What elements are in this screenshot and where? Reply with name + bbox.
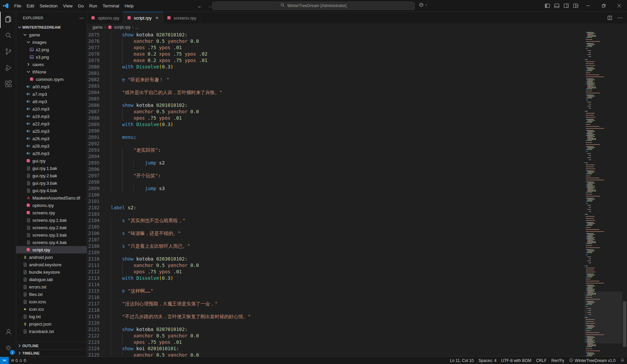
tree-item-bundle.keystore[interactable]: bundle.keystore: [16, 268, 87, 276]
activity-settings[interactable]: 1: [0, 340, 16, 357]
code-line-content[interactable]: xpos .75 ypos .01: [108, 44, 583, 51]
code-editor[interactable]: 2075 show kotoba 0207010102:2076 xanchor…: [87, 31, 627, 357]
line-number[interactable]: 2080: [87, 64, 108, 70]
line-number[interactable]: 2112: [87, 269, 108, 275]
line-number[interactable]: 2094: [87, 153, 108, 160]
menu-edit[interactable]: Edit: [24, 2, 37, 9]
remote-indicator[interactable]: ><: [0, 357, 9, 364]
menu-selection[interactable]: Selection: [37, 2, 60, 9]
code-line[interactable]: 2123 xpos .75 ypos .01: [87, 339, 583, 345]
minimize-button[interactable]: [580, 0, 596, 12]
code-line[interactable]: 2106 s "味道嘛，还是不错的。": [87, 230, 583, 237]
encoding[interactable]: UTF-8 with BOM: [499, 357, 534, 364]
code-line-content[interactable]: xpos .75 ypos .01: [108, 269, 583, 275]
line-number[interactable]: 2084: [87, 89, 108, 96]
line-number[interactable]: 2117: [87, 301, 108, 307]
code-line[interactable]: 2104 s "其实倒也不怎么暗黑啦，": [87, 217, 583, 224]
code-line-content[interactable]: [108, 237, 583, 243]
tree-item-a26.mp3[interactable]: a26.mp3: [16, 135, 87, 142]
code-line-content[interactable]: s "只是看上去比较吓人而已。": [108, 243, 583, 249]
tree-item-game[interactable]: game: [16, 31, 87, 38]
code-line-content[interactable]: xanchor 0.5 yanchor 0.0: [108, 262, 583, 269]
code-line[interactable]: 2108 s "只是看上去比较吓人而已。": [87, 243, 583, 249]
restore-button[interactable]: [596, 0, 611, 12]
tree-item-screens.rpy.2.bak[interactable]: screens.rpy.2.bak: [16, 224, 87, 231]
line-number[interactable]: 2081: [87, 70, 108, 77]
line-number[interactable]: 2087: [87, 109, 108, 115]
code-line-content[interactable]: jump s2: [108, 160, 583, 166]
code-line[interactable]: 2099 jump s3: [87, 185, 583, 192]
section-timeline[interactable]: TIMELINE: [16, 349, 87, 357]
line-number[interactable]: 2076: [87, 38, 108, 44]
line-number[interactable]: 2097: [87, 173, 108, 179]
toggle-secondary-sidebar-icon[interactable]: [562, 0, 571, 12]
toggle-sidebar-icon[interactable]: [543, 0, 552, 12]
more-actions-icon[interactable]: ⋯: [79, 15, 84, 21]
line-number[interactable]: 2096: [87, 166, 108, 173]
tree-item-a7.mp3[interactable]: a7.mp3: [16, 90, 87, 98]
line-number[interactable]: 2118: [87, 307, 108, 313]
code-line-content[interactable]: [108, 211, 583, 217]
code-line[interactable]: 2098: [87, 179, 583, 185]
minimap[interactable]: [584, 31, 622, 357]
minimap-slider[interactable]: [584, 292, 622, 344]
code-line[interactable]: 2116: [87, 294, 583, 301]
tree-item-icon.ico[interactable]: ★icon.ico: [16, 305, 87, 313]
tree-item-common.rpym[interactable]: common.rpym: [16, 75, 87, 83]
code-line[interactable]: 2105: [87, 224, 583, 230]
close-icon[interactable]: ×: [155, 15, 159, 21]
code-line-content[interactable]: [108, 281, 583, 288]
tree-item-x3.png[interactable]: x3.png: [16, 53, 87, 61]
code-line-content[interactable]: [108, 153, 583, 160]
activity-accounts[interactable]: [0, 324, 16, 340]
problems-status[interactable]: ⊘ 0 ⚠ 0: [9, 357, 28, 364]
tree-item-a25.mp3[interactable]: a25.mp3: [16, 127, 87, 135]
line-number[interactable]: 2099: [87, 185, 108, 192]
line-number[interactable]: 2104: [87, 217, 108, 224]
tree-item-gui.rpy.4.bak[interactable]: gui.rpy.4.bak: [16, 187, 87, 194]
code-line-content[interactable]: [108, 198, 583, 205]
code-line[interactable]: 2103: [87, 211, 583, 217]
tree-item-icon.icns[interactable]: icon.icns: [16, 298, 87, 305]
code-line-content[interactable]: label s2:: [108, 205, 583, 211]
code-line[interactable]: 2100: [87, 192, 583, 198]
tree-item-files.txt[interactable]: files.txt: [16, 291, 87, 298]
code-line[interactable]: 2081: [87, 70, 583, 77]
code-line[interactable]: 2083: [87, 83, 583, 89]
tree-item-maokenassortedsans.ttf[interactable]: AMaokenAssortedSans.ttf: [16, 194, 87, 202]
line-number[interactable]: 2082: [87, 77, 108, 83]
code-line[interactable]: 2091 menu:: [87, 134, 583, 141]
code-line-content[interactable]: show kotoba 0207010102:: [108, 32, 583, 38]
tree-item-options.rpy[interactable]: options.rpy: [16, 202, 87, 209]
line-number[interactable]: 2077: [87, 44, 108, 51]
indentation[interactable]: Spaces: 4: [476, 357, 499, 364]
menu-file[interactable]: File: [11, 2, 24, 9]
code-line[interactable]: 2121 show kotoba 0207010102:: [87, 326, 583, 333]
line-number[interactable]: 2113: [87, 275, 108, 281]
line-number[interactable]: 2092: [87, 141, 108, 147]
code-line[interactable]: 2095 jump s2: [87, 160, 583, 166]
code-line[interactable]: 2089 with Dissolve(0.3): [87, 121, 583, 128]
line-number[interactable]: 2088: [87, 115, 108, 121]
notifications[interactable]: [618, 357, 627, 364]
menu-go[interactable]: Go: [75, 2, 86, 9]
code-line[interactable]: 2076 xanchor 0.5 yanchor 0.0: [87, 38, 583, 44]
line-number[interactable]: 2085: [87, 96, 108, 102]
line-number[interactable]: 2100: [87, 192, 108, 198]
editor-scrollbar[interactable]: [622, 31, 627, 357]
code-line[interactable]: 2087 xanchor 0.5 yanchor 0.0: [87, 109, 583, 115]
menu-terminal[interactable]: Terminal: [100, 2, 122, 9]
code-line[interactable]: 2110 show kotoba 0203010102:: [87, 256, 583, 262]
code-line[interactable]: 2118: [87, 307, 583, 313]
line-number[interactable]: 2121: [87, 326, 108, 333]
code-line[interactable]: 2102label s2:: [87, 205, 583, 211]
code-line[interactable]: 2101: [87, 198, 583, 205]
language-mode[interactable]: Ren'Py: [549, 357, 567, 364]
line-number[interactable]: 2115: [87, 288, 108, 294]
line-number[interactable]: 2095: [87, 160, 108, 166]
line-number[interactable]: 2124: [87, 345, 108, 352]
line-number[interactable]: 2103: [87, 211, 108, 217]
tree-item-screens.rpy.1.bak[interactable]: screens.rpy.1.bak: [16, 216, 87, 224]
line-number[interactable]: 2110: [87, 256, 108, 262]
code-line[interactable]: 2075 show kotoba 0207010102:: [87, 32, 583, 38]
